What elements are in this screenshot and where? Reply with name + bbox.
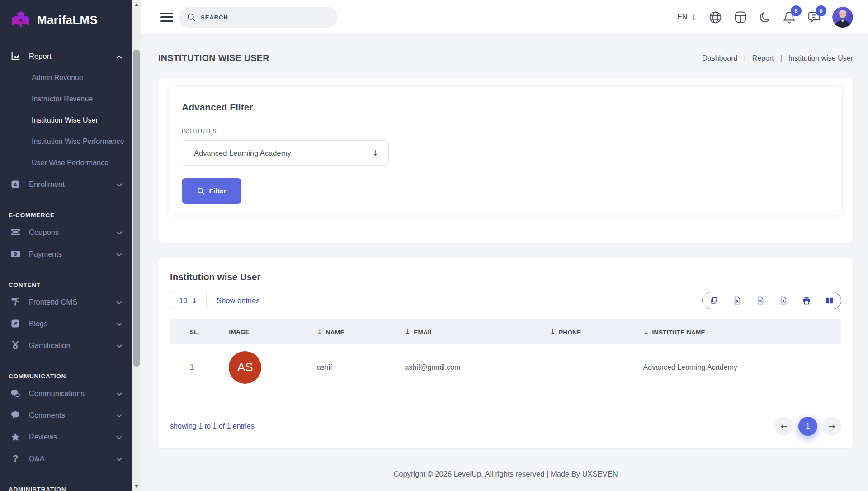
hamburger-menu-icon[interactable] <box>160 13 173 22</box>
chart-area-icon <box>10 52 20 61</box>
sidebar-item-blogs[interactable]: Blogs <box>0 313 132 334</box>
breadcrumb-current: Institution wise User <box>788 54 853 62</box>
sort-arrow-icon: ↓ <box>550 328 556 336</box>
chat-bubbles-icon <box>10 389 20 398</box>
column-header-institute-name[interactable]: ↓INSTITUTE NAME <box>636 319 841 344</box>
filter-card-title: Advanced Filter <box>182 102 830 113</box>
sidebar-item-label: Frontend CMS <box>29 298 108 306</box>
table-row: 1 AS ashif ashif@gmail.com Advanced Lear… <box>170 344 841 391</box>
page-size-select[interactable]: 10 ↓ <box>170 291 207 310</box>
svg-text:A: A <box>14 182 17 187</box>
user-initials-avatar: AS <box>229 351 261 384</box>
page-content: INSTITUTION WISE USER Dashboard | Report… <box>141 35 868 491</box>
cell-name: ashif <box>310 344 398 391</box>
sidebar-subitem-institution-wise-user[interactable]: Institution Wise User <box>0 110 132 131</box>
messages-icon[interactable]: 0 <box>807 10 821 24</box>
cell-image: AS <box>222 344 310 391</box>
globe-icon[interactable] <box>708 10 722 24</box>
sidebar-item-label: Enrollment <box>29 180 108 189</box>
breadcrumb-separator: | <box>780 54 782 62</box>
dark-mode-moon-icon[interactable] <box>759 11 771 24</box>
chevron-down-icon <box>116 433 122 441</box>
table-card-title: Institution wise User <box>170 272 841 282</box>
app-root: MarifaLMS Report Admin Revenue Instructo… <box>0 0 868 491</box>
sidebar-item-report[interactable]: Report <box>0 45 132 67</box>
user-avatar[interactable] <box>832 7 853 28</box>
sidebar-subitem-institution-wise-performance[interactable]: Institution Wise Performance <box>0 131 132 152</box>
export-pdf-button[interactable] <box>772 292 795 309</box>
pagination-next-button[interactable]: → <box>822 417 841 436</box>
pagination-prev-button[interactable]: ← <box>774 417 793 436</box>
chevron-down-icon <box>116 319 122 328</box>
export-print-button[interactable] <box>795 292 818 309</box>
advanced-filter-card: Advanced Filter INSTITUTES Advanced Lear… <box>158 78 853 243</box>
language-selector[interactable]: EN ↓ <box>677 13 697 22</box>
sidebar-item-communications[interactable]: Communications <box>0 382 132 404</box>
sidebar-item-label: Reviews <box>29 433 108 441</box>
sidebar-item-qa[interactable]: ? Q&A <box>0 448 132 469</box>
sidebar-subitem-admin-revenue[interactable]: Admin Revenue <box>0 67 132 88</box>
chevron-down-icon <box>116 341 122 350</box>
sort-arrow-icon: ↓ <box>405 328 410 336</box>
column-header-name[interactable]: ↓NAME <box>310 319 398 344</box>
show-entries-label: Show entries <box>217 296 259 305</box>
sidebar-scrollbar[interactable] <box>132 0 141 491</box>
pagination: ← 1 → <box>774 417 841 436</box>
sidebar-item-gamification[interactable]: Gamification <box>0 334 132 356</box>
cell-email: ashif@gmail.com <box>397 344 542 391</box>
sidebar-subitem-user-wise-performance[interactable]: User Wise Performance <box>0 152 132 173</box>
sidebar-item-comments[interactable]: Comments <box>0 404 132 426</box>
page-title: INSTITUTION WISE USER <box>158 53 269 63</box>
sidebar-item-label: Payments <box>29 250 108 258</box>
brand-logo[interactable]: MarifaLMS <box>0 0 132 40</box>
sidebar-item-reviews[interactable]: Reviews <box>0 426 132 448</box>
ticket-icon <box>10 228 20 236</box>
page-size-value: 10 <box>179 296 187 305</box>
sidebar-subitem-instructor-revenue[interactable]: Instructor Revenue <box>0 88 132 110</box>
copy-icon <box>710 297 718 305</box>
breadcrumb-report[interactable]: Report <box>752 54 774 62</box>
sidebar-item-coupons[interactable]: Coupons <box>0 221 132 243</box>
pagination-page-1-button[interactable]: 1 <box>798 417 817 436</box>
svg-text:0: 0 <box>14 252 17 256</box>
column-header-email[interactable]: ↓EMAIL <box>397 319 542 344</box>
sidebar-item-label: Communications <box>29 389 108 398</box>
breadcrumb-dashboard[interactable]: Dashboard <box>702 54 737 62</box>
brand-name: MarifaLMS <box>37 13 98 27</box>
layout-window-icon[interactable] <box>734 10 747 24</box>
export-columns-button[interactable] <box>818 292 841 309</box>
brand-logo-icon <box>10 9 32 31</box>
sidebar: MarifaLMS Report Admin Revenue Instructo… <box>0 0 132 491</box>
comment-icon <box>10 411 20 419</box>
column-header-phone[interactable]: ↓PHONE <box>542 319 636 344</box>
sidebar-item-enrollment[interactable]: A Enrollment <box>0 173 132 195</box>
sidebar-item-label: Report <box>29 52 108 61</box>
search-icon <box>187 13 196 22</box>
sidebar-section-administration: ADMINISTRATION <box>0 483 132 491</box>
copyright-footer: Copyright © 2026 LevelUp. All rights res… <box>158 448 853 487</box>
arrow-right-icon: → <box>828 421 835 431</box>
column-header-sl: SL <box>170 319 222 344</box>
search-bar[interactable] <box>179 7 337 28</box>
scroll-up-arrow-icon[interactable] <box>134 3 139 6</box>
question-mark-icon: ? <box>10 453 20 464</box>
search-input[interactable] <box>201 14 329 21</box>
sidebar-item-payments[interactable]: 0 Payments <box>0 243 132 265</box>
sidebar-item-label: Blogs <box>29 319 108 328</box>
sidebar-item-frontend-cms[interactable]: Frontend CMS <box>0 291 132 313</box>
chevron-down-icon <box>116 298 122 306</box>
scrollbar-thumb[interactable] <box>133 50 140 367</box>
arrow-down-icon: ↓ <box>691 13 697 22</box>
notifications-bell-icon[interactable]: 8 <box>783 10 796 24</box>
export-copy-button[interactable] <box>703 292 726 309</box>
sidebar-section-ecommerce: E-COMMERCE <box>0 209 132 221</box>
topbar: EN ↓ <box>141 0 868 35</box>
export-csv-button[interactable] <box>749 292 772 309</box>
chevron-down-icon <box>116 228 122 237</box>
filter-button[interactable]: Filter <box>182 178 241 204</box>
scroll-down-arrow-icon[interactable] <box>134 485 139 488</box>
export-excel-button[interactable] <box>726 292 749 309</box>
institutes-select[interactable]: Advanced Learning Academy ↓ <box>182 140 389 166</box>
sidebar-menu: Report Admin Revenue Instructor Revenue … <box>0 40 132 491</box>
table-header-row: SL IMAGE ↓NAME ↓EMAIL ↓PHONE ↓INSTITUTE … <box>170 319 841 344</box>
